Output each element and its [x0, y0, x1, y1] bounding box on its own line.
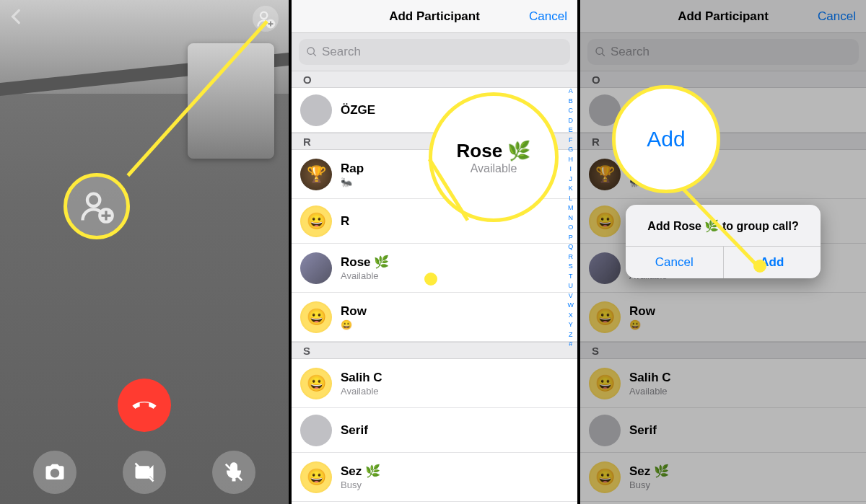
contact-status: Available: [341, 386, 382, 397]
mic-off-icon: [223, 461, 245, 483]
contact-row[interactable]: 😀 Salih C Available: [580, 359, 866, 408]
contact-name: Serif: [629, 423, 657, 438]
section-header-S: S: [580, 342, 866, 359]
avatar: 😀: [300, 461, 332, 493]
avatar: 😀: [300, 368, 332, 399]
call-controls: [0, 451, 289, 494]
avatar: [300, 252, 332, 284]
contact-row[interactable]: 😀 Row 😀: [580, 293, 866, 342]
section-header-S: S: [292, 342, 577, 359]
back-button[interactable]: [7, 7, 26, 29]
contact-row[interactable]: Serif: [580, 408, 866, 453]
navbar: Add Participant Cancel: [292, 0, 577, 33]
svg-point-2: [87, 194, 100, 206]
contact-status: Available: [341, 270, 389, 281]
dialog-message: Add Rose 🌿 to group call?: [626, 205, 821, 246]
search-placeholder: Search: [322, 45, 361, 59]
dialog-cancel-button[interactable]: Cancel: [626, 247, 723, 278]
avatar: 😀: [589, 205, 621, 237]
navbar-title: Add Participant: [678, 9, 769, 24]
contact-name: Row: [341, 304, 367, 319]
callout-selected-contact: Rose 🌿 Available: [429, 92, 559, 222]
contact-status: Available: [629, 386, 671, 397]
avatar: [589, 415, 621, 446]
end-call-button[interactable]: [118, 379, 171, 432]
avatar: 🏆: [589, 159, 621, 190]
contact-status: Busy: [629, 479, 669, 490]
search-input[interactable]: Search: [299, 39, 570, 65]
phone-hangup-icon: [130, 391, 159, 420]
contact-name: Salih C: [629, 371, 671, 385]
callout-add-participant: [64, 173, 130, 239]
search-icon: [595, 46, 606, 58]
contact-row[interactable]: Rose 🌿 Available: [292, 244, 577, 293]
section-header-O: O: [580, 71, 866, 88]
cancel-button[interactable]: Cancel: [818, 9, 856, 24]
search-icon: [306, 46, 318, 58]
search-placeholder: Search: [611, 45, 650, 59]
callout-add-button: Add: [612, 85, 720, 193]
switch-camera-button[interactable]: [33, 451, 76, 494]
add-participant-button[interactable]: [253, 6, 279, 32]
cancel-button[interactable]: Cancel: [529, 9, 567, 24]
navbar: Add Participant Cancel: [580, 0, 866, 33]
avatar: [589, 252, 621, 284]
contact-name: Serif: [341, 423, 368, 438]
callout-dot: [753, 260, 766, 273]
callout-label: Add: [647, 127, 685, 151]
avatar: 😀: [589, 301, 621, 333]
toggle-video-button[interactable]: [123, 451, 166, 494]
contact-name: Row: [629, 304, 655, 319]
avatar: 😀: [589, 368, 621, 399]
camera-switch-icon: [44, 461, 66, 483]
video-call-screen: [0, 0, 289, 504]
contact-name: Salih C: [341, 371, 382, 385]
search-input[interactable]: Search: [587, 39, 859, 65]
section-header-O: O: [292, 71, 577, 88]
avatar: 😀: [300, 205, 332, 237]
person-add-icon: [255, 9, 276, 29]
avatar: 🏆: [300, 159, 332, 190]
contact-name: Sez 🌿: [629, 464, 669, 479]
avatar: [300, 94, 332, 126]
callout-dot: [424, 273, 437, 286]
toggle-mic-button[interactable]: [212, 451, 255, 494]
contact-row[interactable]: 😀 Salih C Available: [292, 359, 577, 408]
svg-point-0: [261, 12, 267, 19]
contact-status: 🐜: [341, 177, 364, 187]
contact-name: Sez 🌿: [341, 464, 380, 479]
contact-name: ÖZGE: [341, 103, 375, 118]
contact-row[interactable]: 😀 Row 😀: [292, 293, 577, 342]
contact-name: Rap: [341, 162, 364, 176]
contact-name: Rose 🌿: [341, 255, 389, 270]
contact-status: Busy: [341, 479, 380, 490]
callout-name: Rose 🌿: [457, 140, 531, 162]
contact-row[interactable]: Serif: [292, 408, 577, 453]
add-participant-confirm-screen: Add Participant Cancel Search O ÖZGE R 🏆…: [580, 0, 866, 504]
confirm-dialog: Add Rose 🌿 to group call? Cancel Add: [626, 205, 821, 278]
contact-status: 😀: [629, 319, 655, 330]
add-participant-screen: Add Participant Cancel Search O ÖZGE R 🏆…: [292, 0, 577, 504]
avatar: 😀: [300, 301, 332, 333]
avatar: [300, 415, 332, 446]
contact-name: R: [341, 214, 349, 229]
chevron-left-icon: [7, 7, 26, 26]
contact-row[interactable]: 😀 Sez 🌿 Busy: [580, 453, 866, 502]
dialog-add-button[interactable]: Add: [723, 247, 821, 278]
person-add-icon: [78, 187, 115, 225]
contact-row[interactable]: 😀 Sez 🌿 Busy: [292, 453, 577, 502]
navbar-title: Add Participant: [389, 9, 480, 24]
avatar: 😀: [589, 461, 621, 493]
contact-status: 😀: [341, 319, 367, 330]
callout-status: Available: [471, 162, 517, 175]
video-off-icon: [134, 461, 155, 483]
alphabet-index[interactable]: ABCDEFGHIJKLMNOPQRSTUVWXYZ#: [566, 87, 576, 350]
